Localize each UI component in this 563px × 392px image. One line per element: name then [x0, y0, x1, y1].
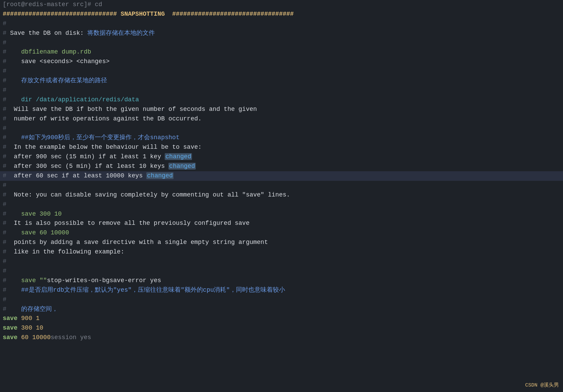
line-save-empty: # save ""stop-writes-on-bgsave-error yes	[0, 276, 563, 286]
line-hash-blank-6: #	[0, 181, 563, 190]
line-hash-blank-10: #	[0, 295, 563, 305]
line-after-300: # after 300 sec (5 min) if at least 10 k…	[0, 162, 563, 171]
line-save-60-10000-b: save 60 10000session yes	[0, 333, 563, 343]
line-cmd: [root@redis-master src]# cd	[0, 0, 563, 10]
line-dbfilename: # dbfilename dump.rdb	[0, 47, 563, 57]
line-hash-blank-3: #	[0, 67, 563, 76]
watermark: CSDN @溪头男	[525, 381, 559, 389]
line-points-adding: # points by adding a save directive with…	[0, 238, 563, 247]
line-zh-rdb: # ##是否启用rdb文件压缩，默认为"yes"，压缩往往意味着"额外的cpu消…	[0, 286, 563, 295]
line-save-db: # Save the DB on disk: 将数据存储在本地的文件	[0, 29, 563, 38]
line-save-60-10000: # save 60 10000	[0, 228, 563, 238]
line-hash-blank-5: #	[0, 124, 563, 133]
line-snapshotting: ############################### SNAPSHOT…	[0, 10, 563, 19]
line-also-possible: # It is also possible to remove all the …	[0, 219, 563, 228]
line-hash-blank-7: #	[0, 200, 563, 209]
line-will-save: # Will save the DB if both the given num…	[0, 105, 563, 114]
line-dir-comment: # 存放文件或者存储在某地的路径	[0, 76, 563, 86]
line-dir-path: # dir /data/application/redis/data	[0, 95, 563, 105]
line-save-900-1: save 900 1	[0, 314, 563, 323]
changed-badge-2: changed	[168, 163, 196, 170]
line-hash-blank-8: #	[0, 257, 563, 266]
line-hash-blank-9: #	[0, 266, 563, 276]
line-hash-blank-1: #	[0, 19, 563, 29]
line-save-300-10: # save 300 10	[0, 209, 563, 219]
line-save-300-10-b: save 300 10	[0, 323, 563, 333]
line-zh-storage: # 的存储空间，	[0, 305, 563, 314]
changed-badge-3: changed	[146, 172, 174, 179]
terminal: [root@redis-master src]# cd ############…	[0, 0, 563, 392]
changed-badge-1: changed	[165, 153, 192, 160]
line-note-disable: # Note: you can disable saving completel…	[0, 190, 563, 200]
line-example: # In the example below the behaviour wil…	[0, 143, 563, 152]
line-after-900: # after 900 sec (15 min) if at least 1 k…	[0, 152, 563, 162]
line-hash-blank-2: #	[0, 38, 563, 48]
line-save-syntax: # save <seconds> <changes>	[0, 57, 563, 67]
line-hash-blank-4: #	[0, 86, 563, 95]
line-write-ops: # number of write operations against the…	[0, 114, 563, 124]
line-zh-900: # ##如下为900秒后，至少有一个变更操作，才会snapshot	[0, 133, 563, 143]
line-after-60: # after 60 sec if at least 10000 keys ch…	[0, 171, 563, 181]
line-like-following: # like in the following example:	[0, 247, 563, 257]
